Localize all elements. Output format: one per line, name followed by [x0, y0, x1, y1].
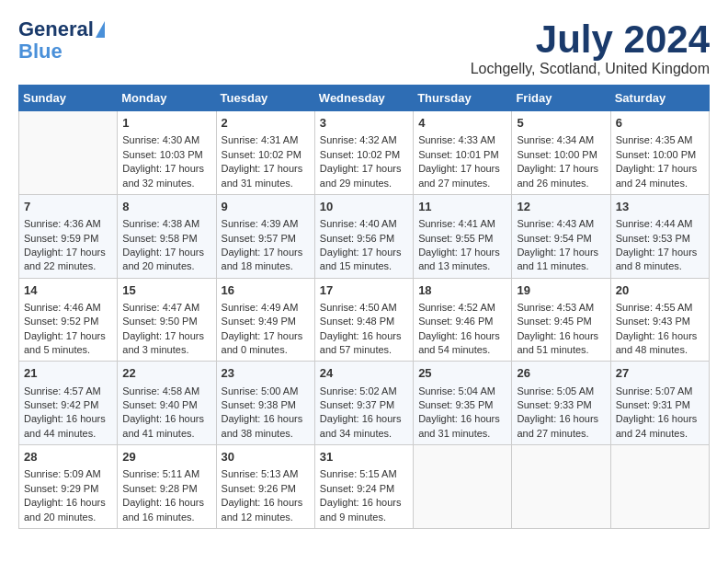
day-info: and 29 minutes.	[320, 177, 408, 190]
calendar-day: 15Sunrise: 4:47 AMSunset: 9:50 PMDayligh…	[118, 278, 216, 362]
day-number: 22	[122, 365, 210, 382]
day-info: Sunset: 9:40 PM	[122, 398, 210, 412]
day-info: and 20 minutes.	[24, 511, 112, 524]
day-number: 18	[418, 282, 506, 299]
day-info: Daylight: 16 hours	[418, 329, 506, 343]
day-info: and 48 minutes.	[616, 343, 704, 357]
day-info: Sunset: 9:50 PM	[122, 315, 210, 328]
day-info: Sunset: 10:00 PM	[517, 148, 605, 162]
calendar-day: 4Sunrise: 4:33 AMSunset: 10:01 PMDayligh…	[414, 111, 512, 195]
col-friday: Friday	[512, 86, 610, 111]
day-info: Sunrise: 4:55 AM	[616, 301, 704, 315]
day-info: Sunset: 9:48 PM	[320, 315, 408, 328]
calendar-day: 25Sunrise: 5:04 AMSunset: 9:35 PMDayligh…	[414, 362, 512, 445]
day-info: Daylight: 17 hours	[24, 246, 112, 259]
day-number: 25	[418, 365, 506, 382]
title-section: July 2024 Lochgelly, Scotland, United Ki…	[471, 18, 710, 77]
day-number: 2	[222, 115, 310, 132]
logo-text-blue: Blue	[18, 40, 63, 63]
day-number: 8	[122, 199, 210, 215]
day-info: Daylight: 16 hours	[616, 412, 704, 426]
day-info: and 18 minutes.	[222, 259, 310, 273]
day-number: 14	[24, 282, 112, 299]
day-info: Daylight: 17 hours	[122, 162, 210, 176]
col-sunday: Sunday	[19, 86, 118, 111]
calendar-day: 3Sunrise: 4:32 AMSunset: 10:02 PMDayligh…	[314, 111, 413, 195]
day-info: Sunset: 9:54 PM	[517, 232, 605, 246]
header-row: Sunday Monday Tuesday Wednesday Thursday…	[19, 86, 710, 111]
calendar-day: 23Sunrise: 5:00 AMSunset: 9:38 PMDayligh…	[216, 362, 314, 445]
day-info: Daylight: 16 hours	[616, 329, 704, 343]
day-info: Sunset: 9:43 PM	[616, 315, 704, 328]
day-info: Sunrise: 5:07 AM	[616, 385, 704, 398]
page-header: General Blue July 2024 Lochgelly, Scotla…	[18, 18, 710, 77]
day-info: Sunrise: 4:46 AM	[24, 301, 112, 315]
day-info: and 15 minutes.	[320, 259, 408, 273]
day-info: Sunrise: 4:53 AM	[517, 301, 605, 315]
calendar-day: 10Sunrise: 4:40 AMSunset: 9:56 PMDayligh…	[314, 194, 413, 278]
day-info: Sunrise: 4:58 AM	[122, 385, 210, 398]
calendar-week-5: 28Sunrise: 5:09 AMSunset: 9:29 PMDayligh…	[19, 445, 710, 529]
day-info: and 26 minutes.	[517, 177, 605, 190]
day-info: Sunrise: 4:43 AM	[517, 217, 605, 231]
day-info: Daylight: 17 hours	[222, 329, 310, 343]
day-info: Sunrise: 5:00 AM	[222, 385, 310, 398]
day-number: 21	[24, 365, 112, 382]
day-info: Sunrise: 4:41 AM	[418, 217, 506, 231]
day-info: Sunrise: 5:11 AM	[122, 467, 210, 481]
logo: General Blue	[18, 18, 105, 63]
day-info: Daylight: 17 hours	[418, 162, 506, 176]
day-info: and 16 minutes.	[122, 511, 210, 524]
day-info: Daylight: 17 hours	[517, 162, 605, 176]
day-info: Sunset: 9:28 PM	[122, 482, 210, 496]
day-number: 20	[616, 282, 704, 299]
day-info: Sunrise: 4:57 AM	[24, 385, 112, 398]
calendar-day: 16Sunrise: 4:49 AMSunset: 9:49 PMDayligh…	[216, 278, 314, 362]
day-info: Sunset: 10:02 PM	[222, 148, 310, 162]
day-number: 12	[517, 199, 605, 215]
day-number: 27	[616, 365, 704, 382]
day-info: Sunrise: 5:09 AM	[24, 467, 112, 481]
day-info: Sunset: 9:35 PM	[418, 398, 506, 412]
day-info: Sunrise: 4:33 AM	[418, 133, 506, 147]
day-info: Sunset: 10:03 PM	[122, 148, 210, 162]
day-info: Sunset: 9:56 PM	[320, 232, 408, 246]
day-number: 29	[122, 449, 210, 465]
day-info: Daylight: 17 hours	[222, 246, 310, 259]
day-info: and 9 minutes.	[320, 511, 408, 524]
day-number: 5	[517, 115, 605, 132]
day-info: Daylight: 17 hours	[122, 246, 210, 259]
day-info: Sunset: 9:57 PM	[222, 232, 310, 246]
day-info: Daylight: 16 hours	[222, 496, 310, 510]
calendar-day: 1Sunrise: 4:30 AMSunset: 10:03 PMDayligh…	[118, 111, 216, 195]
day-info: and 44 minutes.	[24, 427, 112, 441]
day-info: and 31 minutes.	[418, 427, 506, 441]
day-number: 7	[24, 199, 112, 215]
day-info: Daylight: 16 hours	[122, 412, 210, 426]
day-number: 3	[320, 115, 408, 132]
day-info: Sunset: 9:38 PM	[222, 398, 310, 412]
calendar-day: 18Sunrise: 4:52 AMSunset: 9:46 PMDayligh…	[414, 278, 512, 362]
day-info: Sunrise: 5:05 AM	[517, 385, 605, 398]
month-title: July 2024	[471, 18, 710, 61]
day-info: Daylight: 16 hours	[320, 412, 408, 426]
day-info: Sunset: 9:31 PM	[616, 398, 704, 412]
calendar-day: 11Sunrise: 4:41 AMSunset: 9:55 PMDayligh…	[414, 194, 512, 278]
day-info: Sunset: 9:49 PM	[222, 315, 310, 328]
day-number: 11	[418, 199, 506, 215]
calendar-day	[414, 445, 512, 529]
day-info: Daylight: 17 hours	[320, 162, 408, 176]
location: Lochgelly, Scotland, United Kingdom	[471, 61, 710, 77]
calendar-day: 14Sunrise: 4:46 AMSunset: 9:52 PMDayligh…	[19, 278, 118, 362]
calendar-day: 26Sunrise: 5:05 AMSunset: 9:33 PMDayligh…	[512, 362, 610, 445]
calendar-day: 24Sunrise: 5:02 AMSunset: 9:37 PMDayligh…	[314, 362, 413, 445]
day-info: and 12 minutes.	[222, 511, 310, 524]
day-info: Sunrise: 4:30 AM	[122, 133, 210, 147]
day-info: Daylight: 16 hours	[320, 496, 408, 510]
col-tuesday: Tuesday	[216, 86, 314, 111]
day-info: Daylight: 17 hours	[24, 329, 112, 343]
calendar-week-1: 1Sunrise: 4:30 AMSunset: 10:03 PMDayligh…	[19, 111, 710, 195]
day-info: and 0 minutes.	[222, 343, 310, 357]
day-info: Sunset: 9:29 PM	[24, 482, 112, 496]
day-info: Daylight: 17 hours	[418, 246, 506, 259]
